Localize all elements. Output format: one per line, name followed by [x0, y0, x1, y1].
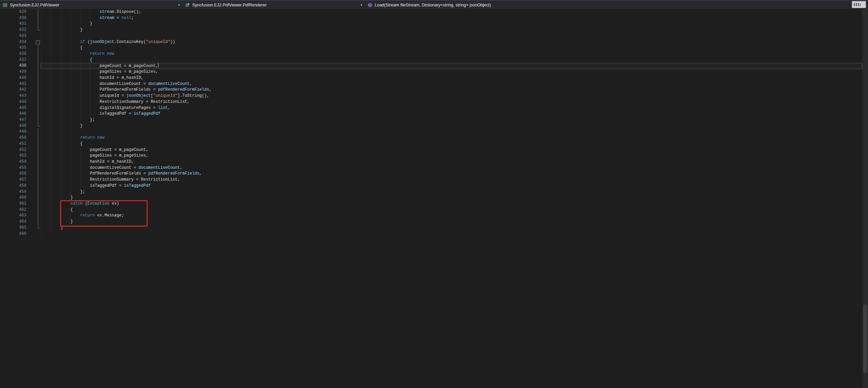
code-line[interactable]: };: [41, 189, 862, 195]
code-line[interactable]: {: [41, 141, 862, 147]
method-icon: [368, 3, 372, 7]
line-number: 432: [0, 27, 41, 33]
project-dropdown[interactable]: C# Syncfusion.EJ2.PdfViewer ▾: [0, 1, 182, 9]
code-line[interactable]: [41, 129, 862, 135]
csharp-project-icon: C#: [3, 3, 7, 7]
line-number: 466: [0, 231, 41, 237]
code-line[interactable]: pageSizes = m_pageSizes,: [41, 153, 862, 159]
code-line[interactable]: documentLiveCount = documentLiveCount,: [41, 165, 862, 171]
code-line[interactable]: hashId = m_hashID,: [41, 75, 862, 81]
scrollbar-thumb[interactable]: [863, 305, 867, 373]
code-line[interactable]: hashId = m_hashID,: [41, 159, 862, 165]
line-number: 457: [0, 177, 41, 183]
line-number: 452: [0, 147, 41, 153]
class-dropdown[interactable]: Syncfusion.EJ2.PdfViewer.PdfRenderer ▾: [182, 1, 365, 9]
line-number: 438: [0, 63, 41, 69]
code-line[interactable]: {: [41, 207, 862, 213]
code-editor[interactable]: - 42943043143243343443543643743843944044…: [0, 9, 868, 388]
line-number-gutter: 4294304314324334344354364374384394404414…: [0, 9, 41, 237]
line-number: 453: [0, 153, 41, 159]
collapse-toggle-icon[interactable]: -: [36, 40, 40, 44]
line-number: 439: [0, 69, 41, 75]
code-line[interactable]: }: [41, 219, 862, 225]
code-line[interactable]: PdfRenderedFormFields = pdfRenderedFormF…: [41, 171, 862, 177]
code-line[interactable]: }: [41, 27, 862, 33]
ime-indicator-badge: [852, 1, 866, 8]
member-dropdown[interactable]: Load(Stream fileStream, Dictionary<strin…: [365, 1, 868, 9]
svg-text:C#: C#: [4, 4, 7, 6]
code-line[interactable]: documentLiveCount = documentLiveCount,: [41, 81, 862, 87]
code-line[interactable]: if (jsonObject.ContainsKey("uniqueId")): [41, 39, 862, 45]
line-number: 429: [0, 9, 41, 15]
line-number: 430: [0, 15, 41, 21]
project-dropdown-label: Syncfusion.EJ2.PdfViewer: [10, 3, 59, 7]
code-line[interactable]: isTaggedPdf = isTaggedPdf: [41, 183, 862, 189]
line-number: 431: [0, 21, 41, 27]
line-number: 449: [0, 129, 41, 135]
red-annotation-rectangle: [60, 200, 148, 227]
line-number: 433: [0, 33, 41, 39]
code-line[interactable]: return new: [41, 135, 862, 141]
code-text-area[interactable]: stream.Dispose(); stream = null; } } if …: [41, 9, 862, 237]
code-line[interactable]: return new: [41, 51, 862, 57]
line-number: 454: [0, 159, 41, 165]
line-number: 458: [0, 183, 41, 189]
line-number: 444: [0, 99, 41, 105]
vertical-scrollbar[interactable]: [862, 9, 868, 388]
line-number: 435: [0, 45, 41, 51]
line-number: 443: [0, 93, 41, 99]
code-line[interactable]: catch (Exception ex): [41, 201, 862, 207]
line-number: 451: [0, 141, 41, 147]
line-number: 447: [0, 117, 41, 123]
line-number: 436: [0, 51, 41, 57]
code-line[interactable]: RestrictionSummary = RestrictionList,: [41, 99, 862, 105]
code-line[interactable]: RestrictionSummary = RestrictionList,: [41, 177, 862, 183]
code-line[interactable]: {: [41, 57, 862, 63]
line-number: 446: [0, 111, 41, 117]
line-number: 434: [0, 39, 41, 45]
line-number: 461: [0, 201, 41, 207]
code-line[interactable]: isTaggedPdf = isTaggedPdf: [41, 111, 862, 117]
line-number: 441: [0, 81, 41, 87]
line-number: 437: [0, 57, 41, 63]
navigation-bar: C# Syncfusion.EJ2.PdfViewer ▾ Syncfusion…: [0, 0, 868, 9]
line-number: 450: [0, 135, 41, 141]
code-line[interactable]: }: [41, 195, 862, 201]
code-line[interactable]: }: [41, 21, 862, 27]
code-line[interactable]: };: [41, 117, 862, 123]
line-number: 456: [0, 171, 41, 177]
line-number: 442: [0, 87, 41, 93]
line-number: 464: [0, 219, 41, 225]
chevron-down-icon[interactable]: ▾: [178, 3, 180, 7]
code-line[interactable]: stream = null;: [41, 15, 862, 21]
member-dropdown-label: Load(Stream fileStream, Dictionary<strin…: [375, 3, 491, 7]
code-line[interactable]: digitalSignaturePages = list,: [41, 105, 862, 111]
code-line[interactable]: {: [41, 45, 862, 51]
line-number: 445: [0, 105, 41, 111]
line-number: 448: [0, 123, 41, 129]
code-line[interactable]: uniqueId = jsonObject["uniqueId"].ToStri…: [41, 93, 862, 99]
code-line[interactable]: }: [41, 123, 862, 129]
class-dropdown-label: Syncfusion.EJ2.PdfViewer.PdfRenderer: [192, 3, 267, 7]
line-number: 460: [0, 195, 41, 201]
line-number: 462: [0, 207, 41, 213]
code-line[interactable]: return ex.Message;: [41, 213, 862, 219]
chevron-down-icon[interactable]: ▾: [361, 3, 362, 7]
code-line[interactable]: pageSizes = m_pageSizes,: [41, 69, 862, 75]
code-line[interactable]: [41, 33, 862, 39]
code-line[interactable]: pageCount = m_pageCount,: [41, 147, 862, 153]
code-line[interactable]: }: [41, 225, 862, 231]
line-number: 459: [0, 189, 41, 195]
line-number: 463: [0, 213, 41, 219]
code-line[interactable]: stream.Dispose();: [41, 9, 862, 15]
line-number: 440: [0, 75, 41, 81]
code-line[interactable]: PdfRenderedFormFields = pdfRenderedFormF…: [41, 87, 862, 93]
code-line[interactable]: [41, 231, 862, 237]
line-number: 465: [0, 225, 41, 231]
code-line[interactable]: pageCount = m_pageCount,: [41, 63, 862, 69]
class-icon: [185, 3, 190, 7]
line-number: 455: [0, 165, 41, 171]
text-caret: [158, 63, 158, 68]
